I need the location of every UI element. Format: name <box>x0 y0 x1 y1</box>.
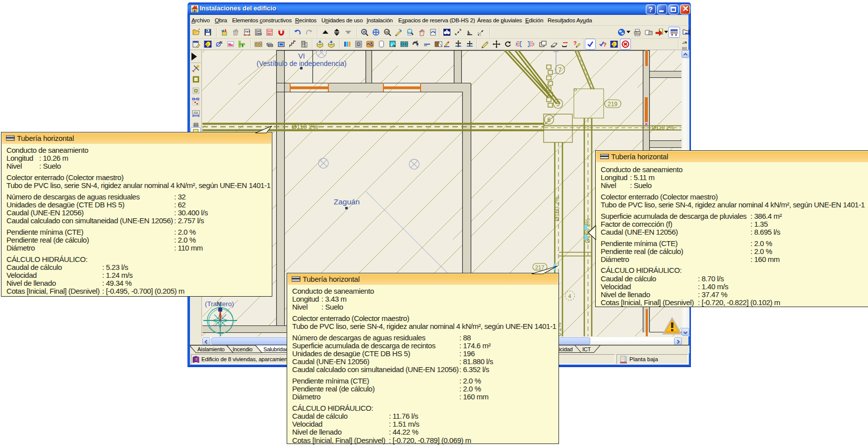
svg-text:(Vestíbulo de independencia): (Vestíbulo de independencia) <box>256 60 346 67</box>
svg-text:×2: ×2 <box>385 30 389 34</box>
svg-text:€: € <box>206 42 209 47</box>
svg-text:R: R <box>363 30 366 34</box>
svg-text:5: 5 <box>557 101 560 108</box>
svg-text:?: ? <box>573 40 577 46</box>
svg-text:217: 217 <box>535 264 544 270</box>
svg-text:Ø160 2%: Ø160 2% <box>554 196 560 221</box>
svg-text:DWG: DWG <box>256 32 262 35</box>
svg-text:4: 4 <box>568 293 571 299</box>
svg-text:?: ? <box>195 357 197 362</box>
svg-text:VI: VI <box>298 52 305 60</box>
svg-text:434: 434 <box>193 111 198 114</box>
svg-text:7: 7 <box>558 66 562 73</box>
svg-text:DXF: DXF <box>267 30 272 33</box>
svg-text:219: 219 <box>608 101 618 108</box>
svg-text:N: N <box>220 41 222 44</box>
svg-text:TXT: TXT <box>245 30 250 33</box>
svg-text:Ø110 2%: Ø110 2% <box>292 123 318 130</box>
svg-text:€: € <box>613 42 615 47</box>
svg-text:?: ? <box>603 42 607 48</box>
svg-text:Zaguán: Zaguán <box>334 197 360 206</box>
svg-text:Ø110 2%: Ø110 2% <box>652 125 674 130</box>
svg-text:6: 6 <box>548 117 551 124</box>
